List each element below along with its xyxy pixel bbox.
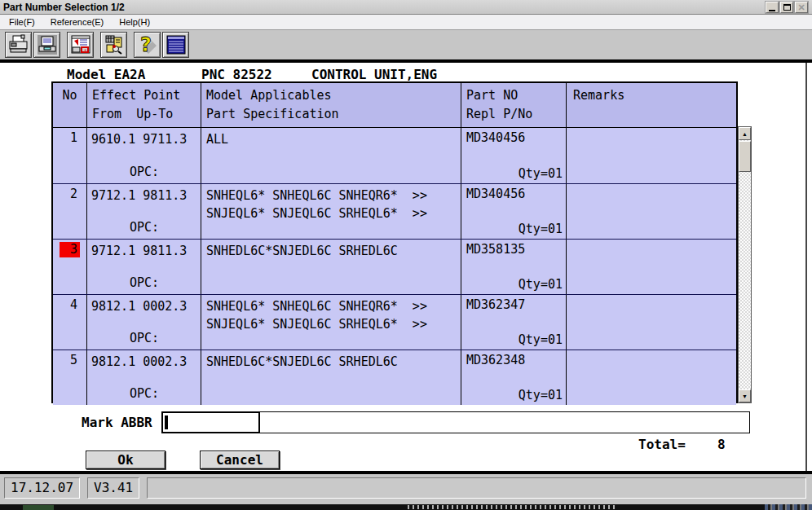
table-row[interactable]: 3 9712.1 9811.3 OPC: SNHEDL6C*SNJEDL6C S… [53,239,736,294]
effect-point-value: 9610.1 9711.3 [91,132,187,147]
spec-line-1: SNHEDL6C*SNJEDL6C SRHEDL6C [206,242,461,260]
column-header-part-no: Part NORepl P/No [461,83,567,127]
mark-abbr-label: Mark ABBR [82,415,152,430]
scrollbar-thumb[interactable] [739,141,751,172]
column-header-no: No [53,83,87,127]
part-number: MD362348 [466,353,525,367]
window-title: Part Number Selection 1/2 [0,2,125,13]
print-preview-button[interactable] [33,32,60,58]
row-number: 1 [68,130,80,146]
desktop-strip [0,504,812,510]
effect-point-value: 9712.1 9811.3 [91,188,187,203]
effect-point-value: 9812.1 0002.3 [91,354,187,369]
card-index-icon: + [70,34,91,55]
opc-label: OPC: [130,329,159,347]
svg-text:?: ? [140,34,152,55]
close-icon: ✕ [797,3,805,12]
part-number: MD358135 [466,242,525,257]
opc-label: OPC: [130,385,159,402]
part-number: MD340456 [466,130,525,145]
lookup-document-icon [104,34,125,55]
print-button[interactable] [5,32,32,58]
spec-line-1: SNHEDL6C*SNJEDL6C SRHEDL6C [206,353,461,371]
row-number: 4 [68,297,80,313]
menu-help[interactable]: Help(H) [117,15,152,29]
mark-abbr-field-row [161,411,750,433]
part-number-selection-window: { "window": { "title": "Part Number Sele… [0,0,812,510]
menu-reference[interactable]: Reference(E) [48,15,106,29]
arrow-up-icon: ▲ [742,131,748,137]
menu-file[interactable]: File(F) [7,15,38,29]
svg-text:+: + [84,47,87,52]
status-bar: 17.12.07 V3.41 [0,474,812,504]
status-message [147,477,806,499]
table-row[interactable]: 1 9610.1 9711.3 OPC: ALL MD340456 Qty=01 [53,128,736,183]
row-number: 2 [68,187,80,202]
print-preview-icon [37,34,58,55]
qty-value: Qty=01 [519,388,563,402]
part-number: MD340456 [466,187,525,201]
client-right-edge [805,63,807,471]
minimize-icon [769,10,775,11]
qty-value: Qty=01 [519,332,563,347]
part-description: CONTROL UNIT,ENG [311,67,437,82]
maximize-icon [783,4,791,11]
card-index-button[interactable]: + [67,32,94,58]
desktop-speck [765,504,812,510]
title-bar[interactable]: Part Number Selection 1/2 ✕ [0,0,812,15]
effect-point-value: 9812.1 0002.3 [91,299,187,314]
arrow-down-icon: ▼ [742,393,748,399]
minimize-button[interactable] [766,2,779,13]
scroll-down-button[interactable]: ▼ [739,389,751,402]
ok-button[interactable]: Ok [86,451,165,469]
total-value: 8 [717,437,726,452]
desktop-speck [23,505,54,510]
status-version: V3.41 [87,477,139,499]
help-icon: ? [137,34,158,55]
column-header-remarks: Remarks [567,83,736,127]
column-header-effect-point: Effect PointFrom Up-To [87,83,201,127]
table-row[interactable]: 4 9812.1 0002.3 OPC: SNHEQL6* SNHEQL6C S… [53,294,736,350]
row-number: 3 [60,242,80,257]
table-row[interactable]: 2 9712.1 9811.3 OPC: SNHEQL6* SNHEQL6C S… [53,183,736,239]
list-window-icon [165,34,187,55]
menu-bar: File(F) Reference(E) Help(H) [0,15,812,30]
parts-table: No Effect PointFrom Up-To Model Applicab… [51,81,738,403]
table-header-row: No Effect PointFrom Up-To Model Applicab… [53,83,736,128]
opc-label: OPC: [130,163,159,181]
client-area: Model EA2A PNC 82522 CONTROL UNIT,ENG No… [0,63,812,471]
maximize-button[interactable] [780,2,793,13]
mark-abbr-input[interactable] [161,411,260,433]
cancel-button[interactable]: Cancel [200,451,280,469]
text-caret [165,415,168,429]
spec-line-2: SNJEQL6* SNJEQL6C SRHEQL6* >> [206,315,461,333]
row-number: 5 [68,353,80,368]
qty-value: Qty=01 [519,166,563,181]
table-row[interactable]: 5 9812.1 0002.3 OPC: SNHEDL6C*SNJEDL6C S… [53,350,736,405]
part-number: MD362347 [466,297,525,312]
lookup-document-button[interactable] [100,32,127,58]
vertical-scrollbar[interactable]: ▲ ▼ [738,126,752,403]
spec-line-1: SNHEQL6* SNHEQL6C SNHEQR6* >> [206,187,461,204]
spec-line-1: ALL [206,130,461,148]
spec-line-1: SNHEQL6* SNHEQL6C SNHEQR6* >> [206,297,461,315]
status-date: 17.12.07 [4,477,80,499]
model-label: Model EA2A [67,67,145,82]
column-header-model-applicables: Model ApplicablesPart Specification [201,83,461,127]
toolbar: + ? [0,30,812,59]
opc-label: OPC: [130,274,159,292]
opc-label: OPC: [130,218,159,236]
list-window-button[interactable] [162,32,189,58]
spec-line-2: SNJEQL6* SNJEQL6C SRHEQL6* >> [206,204,461,222]
total-label: Total= [638,437,686,452]
scroll-up-button[interactable]: ▲ [739,127,751,140]
print-icon [8,34,29,55]
qty-value: Qty=01 [519,277,563,292]
qty-value: Qty=01 [519,222,563,236]
close-button[interactable]: ✕ [795,2,808,13]
effect-point-value: 9712.1 9811.3 [91,244,187,258]
table-body: 1 9610.1 9711.3 OPC: ALL MD340456 Qty=01… [53,128,736,405]
pnc-label: PNC 82522 [201,67,272,82]
help-button[interactable]: ? [134,32,161,58]
taskbar-text-fragment [408,505,618,509]
